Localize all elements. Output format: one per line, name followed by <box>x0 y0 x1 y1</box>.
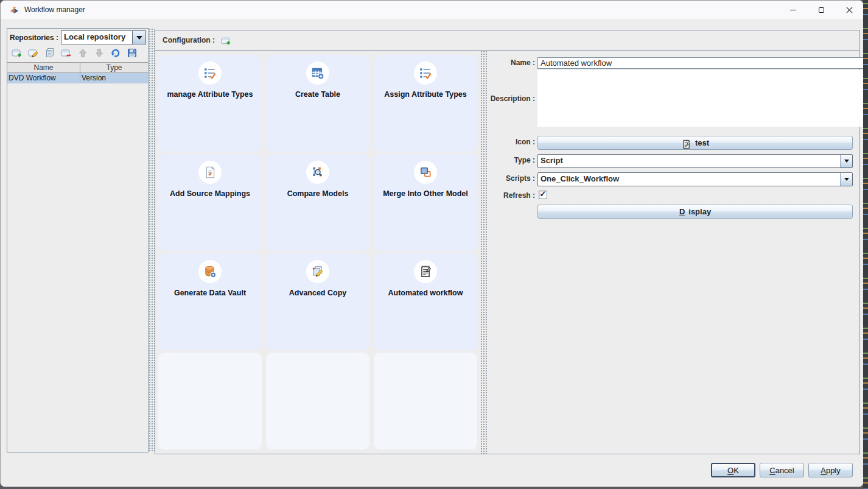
workflow-card[interactable]: Compare Models <box>266 154 369 251</box>
name-label: Name : <box>488 58 535 67</box>
close-icon <box>846 7 853 13</box>
card-label: Create Table <box>266 90 369 99</box>
empty-card <box>266 353 369 449</box>
minimize-button[interactable] <box>779 1 807 19</box>
workflow-manager-window: Workflow manager Repositories : Local re… <box>0 0 864 487</box>
workflow-card[interactable]: Generate Data Vault <box>158 253 262 350</box>
background-app-strip <box>863 0 868 489</box>
display-button[interactable]: Display <box>537 205 853 219</box>
script-icon <box>681 138 691 148</box>
minimize-icon <box>790 10 796 10</box>
column-header-type[interactable]: Type <box>80 63 148 72</box>
copy-icon <box>44 47 55 61</box>
save-button[interactable] <box>126 48 138 60</box>
empty-card <box>374 353 477 449</box>
workflow-card[interactable]: Automated workflow <box>374 253 477 350</box>
remove-card-icon <box>61 47 72 61</box>
card-label: Generate Data Vault <box>158 289 262 297</box>
type-select[interactable]: Script <box>537 154 853 168</box>
chevron-down-icon <box>136 36 142 40</box>
row-name-cell: DVD Workflow <box>7 73 80 83</box>
add-card-icon <box>12 47 23 61</box>
workflow-card[interactable]: Assign Attribute Types <box>374 55 477 152</box>
card-label: manage Attribute Types <box>158 90 262 99</box>
refresh-icon <box>110 47 121 61</box>
data-vault-icon <box>198 260 222 283</box>
center-splitter[interactable] <box>480 51 488 454</box>
type-selected-value: Script <box>538 155 840 167</box>
card-label: Automated workflow <box>374 289 477 297</box>
row-type-cell: Version <box>80 73 148 83</box>
save-icon <box>127 47 138 61</box>
arrow-up-icon <box>77 47 88 61</box>
compare-icon <box>306 161 329 184</box>
apply-button[interactable]: Apply <box>808 463 853 477</box>
move-down-button[interactable] <box>93 48 105 60</box>
repository-dropdown-button[interactable] <box>132 31 145 44</box>
move-up-button[interactable] <box>77 48 89 60</box>
card-label: Merge Into Other Model <box>374 189 477 198</box>
type-dropdown-button[interactable] <box>840 155 852 167</box>
icon-button-text: test <box>695 138 709 147</box>
configuration-label: Configuration : <box>163 36 215 44</box>
type-label: Type : <box>488 156 535 164</box>
add-configuration-button[interactable] <box>221 35 231 46</box>
chevron-down-icon <box>844 178 849 181</box>
repository-table: Name Type DVD Workflow Version <box>7 62 148 83</box>
cancel-button[interactable]: Cancel <box>760 463 804 477</box>
scripts-selected-value: One_Click_Workflow <box>538 173 840 186</box>
dialog-button-bar: OK Cancel Apply <box>711 463 853 477</box>
scripts-dropdown-button[interactable] <box>840 173 852 186</box>
card-label: Add Source Mappings <box>158 189 262 198</box>
workflow-card[interactable]: Advanced Copy <box>266 253 369 350</box>
configuration-area: Configuration : manage Attribute TypesCr… <box>155 30 860 454</box>
card-label: Advanced Copy <box>266 289 369 297</box>
copy-edit-icon <box>306 260 329 283</box>
edit-card-icon <box>28 47 39 61</box>
window-title: Workflow manager <box>24 5 85 14</box>
check-icon: ✓ <box>540 191 547 197</box>
list-check-icon <box>198 62 222 85</box>
description-textarea[interactable] <box>537 70 864 127</box>
card-label: Compare Models <box>266 189 369 198</box>
left-splitter[interactable] <box>149 28 155 452</box>
card-label: Assign Attribute Types <box>374 90 477 99</box>
repository-select[interactable]: Local repository <box>61 30 146 44</box>
refresh-label: Refresh : <box>488 191 535 200</box>
chevron-down-icon <box>844 160 849 163</box>
configuration-header: Configuration : <box>155 30 859 51</box>
remove-repository-button[interactable] <box>60 48 72 60</box>
icon-button[interactable]: test <box>537 136 853 150</box>
workflow-cards-panel: manage Attribute TypesCreate TableAssign… <box>155 51 480 454</box>
add-repository-button[interactable] <box>11 48 23 60</box>
list-check-icon <box>414 62 437 85</box>
refresh-checkbox[interactable]: ✓ <box>539 191 547 199</box>
scripts-select[interactable]: One_Click_Workflow <box>537 172 853 186</box>
scripts-label: Scripts : <box>488 174 535 183</box>
column-header-name[interactable]: Name <box>7 63 80 72</box>
workflow-card[interactable]: Create Table <box>266 55 369 152</box>
workflow-card[interactable]: Add Source Mappings <box>158 154 262 251</box>
table-row[interactable]: DVD Workflow Version <box>7 73 148 83</box>
workflow-card[interactable]: manage Attribute Types <box>158 55 262 152</box>
workflow-form-panel: Name : Description : Icon : test Type : … <box>488 51 859 454</box>
app-icon <box>9 5 19 15</box>
repository-selected-value: Local repository <box>61 31 132 44</box>
maximize-icon <box>819 7 824 13</box>
repositories-panel: Repositories : Local repository Name Typ… <box>7 28 149 452</box>
copy-repository-button[interactable] <box>44 48 56 60</box>
close-button[interactable] <box>835 1 863 19</box>
description-label: Description : <box>488 94 535 103</box>
merge-icon <box>414 161 437 184</box>
name-input[interactable] <box>537 57 864 69</box>
edit-repository-button[interactable] <box>27 48 40 60</box>
refresh-button[interactable] <box>110 48 122 60</box>
script-icon <box>414 260 437 283</box>
repository-toolbar <box>7 46 148 62</box>
ok-button[interactable]: OK <box>711 463 755 477</box>
maximize-button[interactable] <box>807 1 835 19</box>
icon-label: Icon : <box>488 138 535 146</box>
repositories-label: Repositories : <box>10 33 58 42</box>
workflow-card[interactable]: Merge Into Other Model <box>374 154 477 251</box>
document-icon <box>198 161 222 184</box>
